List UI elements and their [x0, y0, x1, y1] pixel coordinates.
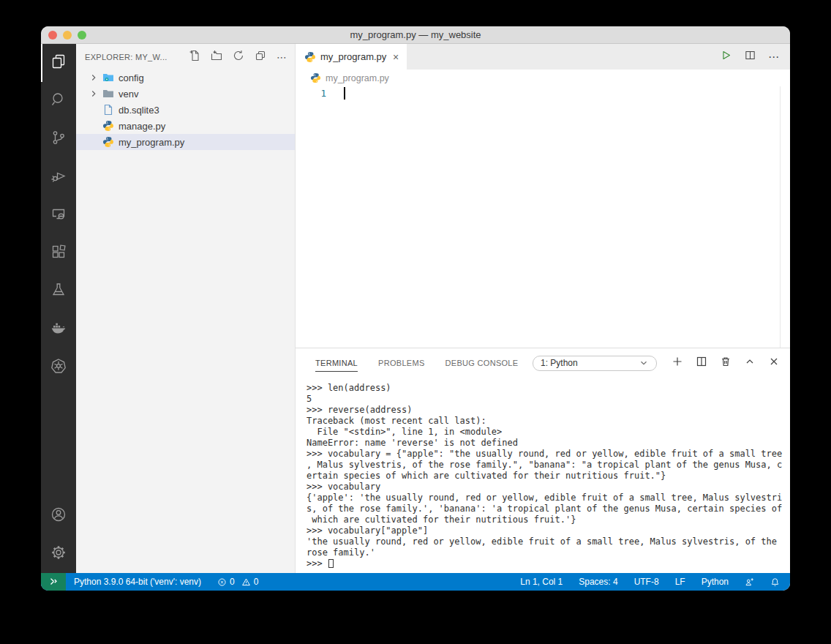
new-folder-icon[interactable] [211, 50, 222, 64]
chevron-right-icon [88, 88, 99, 100]
gear-icon [50, 544, 67, 564]
activity-source-control[interactable] [41, 120, 76, 158]
tab-bar: my_program.py × ⋯ [296, 44, 790, 70]
python-file-icon [102, 120, 114, 132]
tab-debug-console[interactable]: DEBUG CONSOLE [445, 354, 519, 372]
indentation[interactable]: Spaces: 4 [577, 577, 619, 587]
breadcrumb-item[interactable]: my_program.py [326, 73, 389, 83]
docker-icon [50, 319, 67, 340]
terminal-line: >>> len(address) [307, 383, 790, 394]
tree-item-my-program-py[interactable]: my_program.py [76, 134, 295, 150]
file-label: db.sqlite3 [119, 105, 159, 116]
activity-settings[interactable] [41, 535, 76, 573]
terminal-output[interactable]: >>> len(address) 5 >>> reverse(address) … [296, 378, 790, 573]
activity-docker[interactable] [41, 310, 76, 348]
python-file-icon [304, 51, 316, 63]
terminal-line: Traceback (most recent call last): [307, 416, 790, 427]
vscode-window: my_program.py — my_website [41, 26, 790, 591]
breadcrumb[interactable]: my_program.py [296, 70, 790, 86]
error-count: 0 [230, 577, 235, 587]
chevron-down-icon [639, 358, 649, 368]
new-terminal-icon[interactable] [672, 356, 683, 370]
terminal-cursor [328, 559, 334, 568]
terminal-line: >>> vocabulary [307, 482, 790, 493]
terminal-line: >>> vocabulary["apple"] [307, 525, 790, 536]
problems-indicator[interactable]: 0 0 [216, 577, 260, 587]
bottom-panel: TERMINAL PROBLEMS DEBUG CONSOLE 1: Pytho… [296, 348, 790, 573]
minimize-window-button[interactable] [63, 31, 72, 40]
activity-search[interactable] [41, 82, 76, 120]
collapse-folders-icon[interactable] [255, 50, 266, 64]
warning-icon [241, 577, 251, 587]
python-interpreter[interactable]: Python 3.9.0 64-bit ('venv': venv) [72, 577, 203, 587]
file-label: my_program.py [119, 137, 184, 148]
eol-sequence[interactable]: LF [674, 577, 687, 587]
file-label: manage.py [119, 121, 165, 132]
zoom-window-button[interactable] [78, 31, 86, 40]
minimap-divider [780, 86, 781, 348]
status-bar: Python 3.9.0 64-bit ('venv': venv) 0 0 L… [41, 573, 790, 591]
code-editor[interactable]: 1 [296, 86, 790, 348]
editor-more-actions-icon[interactable]: ⋯ [768, 50, 780, 64]
activity-extensions[interactable] [41, 234, 76, 272]
warning-count: 0 [254, 577, 259, 587]
refresh-icon[interactable] [233, 50, 244, 64]
activity-remote-explorer[interactable] [41, 196, 76, 234]
language-mode[interactable]: Python [700, 577, 730, 587]
kill-terminal-icon[interactable] [720, 356, 732, 370]
tree-item-venv[interactable]: venv [76, 86, 295, 102]
maximize-panel-icon[interactable] [744, 356, 756, 370]
close-tab-icon[interactable]: × [391, 51, 401, 63]
source-control-icon [50, 129, 67, 149]
file-tree: config venv db.sqlite3 manage.py [76, 70, 295, 573]
run-file-icon[interactable] [720, 49, 732, 64]
panel-header: TERMINAL PROBLEMS DEBUG CONSOLE 1: Pytho… [296, 348, 790, 378]
tree-item-config[interactable]: config [76, 70, 295, 86]
tree-item-db-sqlite3[interactable]: db.sqlite3 [76, 102, 295, 118]
config-folder-icon [102, 72, 114, 83]
error-icon [217, 577, 227, 587]
close-panel-icon[interactable] [768, 356, 780, 370]
encoding[interactable]: UTF-8 [633, 577, 661, 587]
explorer-title: EXPLORER: MY_W... [85, 53, 168, 61]
terminal-line: ertain species of which are cultivated f… [307, 471, 790, 482]
folder-icon [102, 88, 114, 100]
file-label: config [119, 72, 144, 83]
python-file-icon [310, 72, 321, 83]
activity-bar [41, 44, 76, 573]
activity-testing[interactable] [41, 272, 76, 310]
activity-run-debug[interactable] [41, 158, 76, 196]
search-icon [50, 91, 67, 111]
editor-cursor [344, 87, 345, 100]
terminal-select[interactable]: 1: Python [533, 356, 657, 371]
remote-icon [48, 577, 59, 587]
cursor-position[interactable]: Ln 1, Col 1 [519, 577, 564, 587]
line-number: 1 [296, 88, 326, 99]
activity-explorer[interactable] [41, 44, 76, 82]
files-icon [50, 53, 67, 73]
tab-terminal[interactable]: TERMINAL [315, 354, 358, 372]
split-terminal-icon[interactable] [696, 356, 707, 370]
file-label: venv [119, 89, 138, 100]
traffic-lights [48, 31, 86, 40]
activity-kubernetes[interactable] [41, 348, 76, 386]
window-title: my_program.py — my_website [350, 29, 481, 40]
tab-my-program-py[interactable]: my_program.py × [296, 44, 407, 70]
terminal-prompt-line: >>> [307, 558, 790, 569]
activity-accounts[interactable] [41, 497, 76, 535]
close-window-button[interactable] [48, 31, 57, 40]
tab-problems[interactable]: PROBLEMS [378, 354, 425, 372]
feedback-icon[interactable] [743, 577, 756, 587]
terminal-line: s, of the rose family.', 'banana': 'a tr… [307, 503, 790, 514]
kubernetes-icon [50, 357, 67, 378]
debug-icon [50, 167, 67, 187]
tree-item-manage-py[interactable]: manage.py [76, 118, 295, 134]
terminal-line: >>> vocabulary = {"apple": "the usually … [307, 449, 790, 460]
terminal-line: NameError: name 'reverse' is not defined [307, 438, 790, 449]
notifications-bell-icon[interactable] [769, 577, 781, 587]
remote-indicator[interactable] [41, 573, 66, 591]
more-actions-icon[interactable]: ⋯ [277, 53, 287, 61]
editor-group: my_program.py × ⋯ my_program.py 1 [296, 44, 790, 573]
split-editor-icon[interactable] [744, 49, 756, 64]
new-file-icon[interactable] [189, 50, 200, 64]
